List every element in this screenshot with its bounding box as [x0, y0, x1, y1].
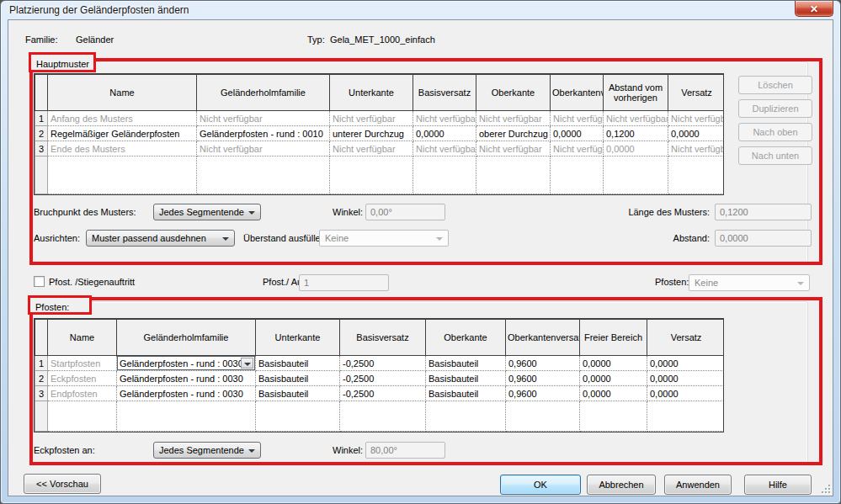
- cell[interactable]: 0,0000: [551, 126, 604, 141]
- close-icon: ✕: [810, 3, 818, 15]
- cell[interactable]: Nicht verfügbar: [197, 111, 330, 126]
- auftritt-input: 1: [299, 274, 389, 291]
- cell[interactable]: Regelmäßiger Geländerpfosten: [48, 126, 197, 141]
- cell[interactable]: Basisbauteil: [256, 371, 340, 386]
- col-header-basisversatz: Basisversatz: [413, 75, 476, 111]
- familie-label: Familie:: [25, 34, 58, 45]
- title-bar[interactable]: Platzierung der Geländerpfosten ändern ✕: [1, 1, 840, 19]
- cell[interactable]: 0,1200: [604, 126, 668, 141]
- cell[interactable]: 0,9600: [506, 371, 580, 386]
- cell[interactable]: Nicht verfügbar: [330, 141, 413, 157]
- cell[interactable]: 0,0000: [413, 126, 476, 141]
- cell[interactable]: Nicht verfügbar: [668, 111, 725, 126]
- chevron-down-icon: [248, 449, 255, 453]
- cell[interactable]: 0,0000: [580, 386, 647, 401]
- cell[interactable]: Anfang des Musters: [48, 111, 197, 126]
- col-header-holmfamilie: Geländerholmfamilie: [197, 75, 330, 111]
- chevron-down-icon: [222, 237, 229, 241]
- winkel-input: 0,00°: [365, 204, 445, 220]
- laenge-input: 0,1200: [715, 204, 812, 220]
- pfosten-combobox: Keine: [689, 274, 810, 291]
- cell[interactable]: 0,0000: [647, 371, 725, 386]
- cell[interactable]: 0,0000: [580, 371, 647, 386]
- chevron-down-icon[interactable]: [241, 358, 253, 369]
- cell[interactable]: Geländerpfosten - rund : 0030: [117, 386, 256, 401]
- cell[interactable]: 0,0000: [580, 356, 647, 371]
- cell-combobox[interactable]: Geländerpfosten - rund : 0030: [117, 356, 256, 371]
- pfosten-group-label: Pfosten:: [35, 302, 69, 312]
- col-header-oberkantenversatz: Oberkantenversatz: [551, 75, 604, 111]
- ausrichten-combobox[interactable]: Muster passend ausdehnen: [86, 230, 235, 247]
- cell[interactable]: Nicht verfügbar: [476, 111, 551, 126]
- ueberstand-combobox: Keine: [319, 230, 449, 247]
- cell[interactable]: Basisbauteil: [256, 386, 340, 401]
- cell[interactable]: Endpfosten: [48, 386, 117, 401]
- pfosten-row-1: 1 Startpfosten Geländerpfosten - rund : …: [35, 356, 725, 371]
- cell[interactable]: 0,0000: [604, 141, 668, 157]
- cell[interactable]: unterer Durchzug: [330, 126, 413, 141]
- col-header-oberkante: Oberkante: [426, 320, 506, 356]
- cell[interactable]: Geländerpfosten - rund : 0030: [117, 371, 256, 386]
- cell[interactable]: Geländerpfosten - rund : 0010: [197, 126, 330, 141]
- pfosten-empty-area: [35, 401, 725, 432]
- loeschen-button: Löschen: [738, 76, 812, 94]
- chevron-down-icon: [797, 282, 804, 285]
- hauptmuster-row-3: 3 Ende des Musters Nicht verfügbar Nicht…: [35, 141, 725, 157]
- pfosten-table: Name Geländerholmfamilie Unterkante Basi…: [34, 318, 724, 432]
- hauptmuster-row-2: 2 Regelmäßiger Geländerpfosten Geländerp…: [35, 126, 725, 141]
- cell[interactable]: Nicht verfügbar: [197, 141, 330, 157]
- col-header-versatz: Versatz: [668, 75, 725, 111]
- stiegenauftritt-checkbox[interactable]: [34, 276, 45, 287]
- bruchpunkt-combobox[interactable]: Jedes Segmentende: [153, 204, 261, 220]
- cell[interactable]: Nicht verfügbar: [551, 111, 604, 126]
- cell[interactable]: Nicht verfügbar: [551, 141, 604, 157]
- pfosten-row-3: 3 Endpfosten Geländerpfosten - rund : 00…: [35, 386, 725, 401]
- hauptmuster-annotation-label-box: Hauptmuster: [29, 52, 96, 72]
- ok-button[interactable]: OK: [500, 475, 581, 495]
- cell[interactable]: Startpfosten: [48, 356, 117, 371]
- cell[interactable]: 0,0000: [668, 126, 725, 141]
- dialog-content: Familie: Geländer Typ: Gela_MET_1000_ein…: [8, 19, 833, 496]
- col-header-num: [35, 75, 48, 111]
- cell[interactable]: Basisbauteil: [426, 386, 506, 401]
- cell[interactable]: -0,2500: [340, 356, 426, 371]
- nach-unten-button: Nach unten: [738, 146, 812, 165]
- cell[interactable]: Nicht verfügbar: [668, 141, 725, 157]
- col-header-holmfamilie: Geländerholmfamilie: [117, 320, 256, 356]
- cell[interactable]: 0,9600: [506, 356, 580, 371]
- eckpfosten-combobox[interactable]: Jedes Segmentende: [153, 442, 261, 459]
- col-header-abstand: Abstand vom vorherigen: [604, 75, 668, 111]
- hilfe-button[interactable]: Hilfe: [744, 475, 812, 495]
- cell[interactable]: Basisbauteil: [426, 356, 506, 371]
- hauptmuster-group-label: Hauptmuster: [36, 59, 89, 69]
- dialog-window: Platzierung der Geländerpfosten ändern ✕…: [0, 0, 841, 504]
- hauptmuster-empty-area: [35, 157, 725, 194]
- cell[interactable]: Basisbauteil: [426, 371, 506, 386]
- window-title: Platzierung der Geländerpfosten ändern: [9, 4, 189, 16]
- cell[interactable]: oberer Durchzug: [476, 126, 551, 141]
- cell[interactable]: Nicht verfügbar: [413, 111, 476, 126]
- stiegenauftritt-checkbox-label: Pfost. /Stiegenauftritt: [49, 277, 135, 288]
- abbrechen-button[interactable]: Abbrechen: [587, 475, 656, 495]
- vorschau-button[interactable]: << Vorschau: [24, 474, 101, 494]
- cell[interactable]: -0,2500: [340, 371, 426, 386]
- cell[interactable]: Nicht verfügbar: [413, 141, 476, 157]
- cell[interactable]: Ende des Musters: [48, 141, 197, 157]
- close-button[interactable]: ✕: [795, 1, 833, 17]
- pfosten-combobox-label: Pfosten:: [655, 277, 689, 288]
- col-header-basisversatz: Basisversatz: [340, 320, 426, 356]
- anwenden-button[interactable]: Anwenden: [664, 475, 732, 495]
- col-header-num: [35, 320, 48, 356]
- cell[interactable]: 0,0000: [647, 386, 725, 401]
- resize-grip[interactable]: [820, 483, 830, 493]
- cell[interactable]: 0,0000: [647, 356, 725, 371]
- col-header-unterkante: Unterkante: [330, 75, 413, 111]
- pfosten-row-2: 2 Eckpfosten Geländerpfosten - rund : 00…: [35, 371, 725, 386]
- cell[interactable]: Nicht verfügbar: [476, 141, 551, 157]
- cell[interactable]: -0,2500: [340, 386, 426, 401]
- cell[interactable]: Nicht verfügbar: [604, 111, 668, 126]
- cell[interactable]: Basisbauteil: [256, 356, 340, 371]
- cell[interactable]: 0,9600: [506, 386, 580, 401]
- cell[interactable]: Nicht verfügbar: [330, 111, 413, 126]
- cell[interactable]: Eckpfosten: [48, 371, 117, 386]
